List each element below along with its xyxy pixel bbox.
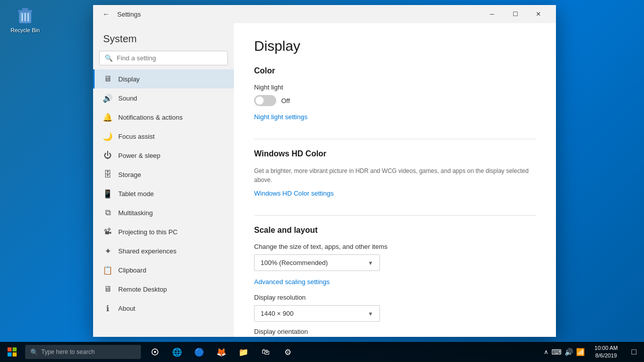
recycle-bin-label: Recycle Bin: [11, 27, 40, 33]
nav-icon-shared: ✦: [103, 246, 112, 255]
search-box[interactable]: 🔍: [99, 51, 228, 65]
volume-icon: 🔊: [565, 348, 573, 356]
orientation-label: Display orientation: [254, 328, 536, 335]
svg-rect-7: [13, 347, 17, 351]
night-light-settings-link[interactable]: Night light settings: [254, 113, 307, 121]
recycle-bin[interactable]: Recycle Bin: [10, 5, 40, 33]
sidebar-item-clipboard[interactable]: 📋 Clipboard: [93, 260, 234, 280]
settings-body: System 🔍 🖥 Display 🔊 Sound 🔔 Notificatio…: [93, 23, 556, 337]
sidebar-title: System: [103, 33, 137, 44]
task-view-icon: [150, 348, 159, 355]
start-button[interactable]: [0, 342, 24, 362]
nav-icon-display: 🖥: [103, 74, 112, 83]
taskbar-pinned-icons: 🌐 🔵 🦊 📁 🛍 ⚙: [145, 342, 298, 362]
taskbar-clock[interactable]: 10:00 AM 8/6/2019: [589, 342, 624, 362]
sidebar-item-shared[interactable]: ✦ Shared experiences: [93, 241, 234, 260]
nav-label-focus-assist: Focus assist: [118, 133, 224, 140]
firefox-button[interactable]: 🦊: [211, 342, 231, 362]
scale-dropdown-arrow: ▼: [368, 260, 373, 266]
sidebar-item-sound[interactable]: 🔊 Sound: [93, 88, 234, 108]
close-button[interactable]: ✕: [527, 5, 550, 23]
chrome-button[interactable]: 🔵: [189, 342, 209, 362]
nav-icon-sound: 🔊: [103, 94, 112, 103]
night-light-label: Night light: [254, 83, 536, 91]
night-light-toggle-row: Off: [254, 95, 536, 106]
nav-label-projecting: Projecting to this PC: [118, 228, 224, 236]
taskbar-search-input[interactable]: [41, 348, 136, 355]
notification-icon: □: [631, 347, 636, 356]
clock-date: 8/6/2019: [595, 352, 617, 359]
up-arrow-icon: ∧: [544, 348, 548, 355]
hd-color-title: Windows HD Color: [254, 149, 536, 158]
window-title: Settings: [117, 11, 141, 18]
minimize-icon: ─: [490, 11, 495, 18]
nav-label-display: Display: [118, 75, 224, 83]
sidebar-item-about[interactable]: ℹ About: [93, 299, 234, 318]
maximize-icon: ☐: [513, 11, 518, 18]
nav-icon-multitasking: ⧉: [103, 208, 112, 217]
close-icon: ✕: [536, 11, 541, 18]
nav-label-tablet-mode: Tablet mode: [118, 190, 224, 198]
nav-icon-power-sleep: ⏻: [103, 151, 112, 160]
sidebar-item-storage[interactable]: 🗄 Storage: [93, 165, 234, 184]
minimize-button[interactable]: ─: [480, 5, 504, 23]
nav-icon-clipboard: 📋: [103, 265, 112, 275]
sidebar-item-notifications[interactable]: 🔔 Notifications & actions: [93, 108, 234, 127]
scale-row: Change the size of text, apps, and other…: [254, 243, 536, 271]
svg-rect-9: [13, 352, 17, 356]
resolution-dropdown[interactable]: 1440 × 900 ▼: [254, 305, 380, 322]
hd-color-link[interactable]: Windows HD Color settings: [254, 190, 334, 197]
sidebar-item-projecting[interactable]: 📽 Projecting to this PC: [93, 222, 234, 241]
resolution-row: Display resolution 1440 × 900 ▼: [254, 294, 536, 322]
settings-button[interactable]: ⚙: [278, 342, 298, 362]
network-icon: 📶: [576, 348, 585, 356]
edge-button[interactable]: 🌐: [167, 342, 187, 362]
search-input[interactable]: [117, 54, 222, 62]
night-light-row: Night light Off: [254, 83, 536, 106]
taskbar-right: ∧ ⌨ 🔊 📶 10:00 AM 8/6/2019 □: [540, 342, 644, 362]
nav-icon-projecting: 📽: [103, 227, 112, 236]
svg-point-11: [154, 351, 156, 353]
scale-layout-title: Scale and layout: [254, 226, 536, 235]
back-button[interactable]: ←: [99, 7, 113, 21]
orientation-row: Display orientation Landscape ▼: [254, 328, 536, 337]
sidebar-item-tablet-mode[interactable]: 📱 Tablet mode: [93, 184, 234, 203]
recycle-bin-icon: [15, 5, 35, 25]
maximize-button[interactable]: ☐: [504, 5, 527, 23]
sidebar-item-display[interactable]: 🖥 Display: [93, 69, 234, 88]
nav-label-remote: Remote Desktop: [118, 286, 224, 293]
title-bar: ← Settings ─ ☐ ✕: [93, 5, 556, 23]
nav-icon-notifications: 🔔: [103, 113, 112, 122]
scale-label: Change the size of text, apps, and other…: [254, 243, 536, 250]
taskbar-search-box[interactable]: 🔍: [25, 345, 141, 359]
window-controls: ─ ☐ ✕: [480, 5, 550, 23]
svg-rect-8: [8, 352, 12, 356]
sidebar-item-multitasking[interactable]: ⧉ Multitasking: [93, 203, 234, 222]
scale-dropdown[interactable]: 100% (Recommended) ▼: [254, 254, 380, 271]
nav-list: 🖥 Display 🔊 Sound 🔔 Notifications & acti…: [93, 69, 234, 318]
night-light-toggle[interactable]: [254, 95, 276, 106]
svg-rect-2: [22, 8, 28, 10]
page-title: Display: [254, 38, 536, 54]
settings-window: ← Settings ─ ☐ ✕ System 🔍: [93, 5, 556, 337]
back-icon: ←: [103, 10, 110, 18]
nav-icon-focus-assist: 🌙: [103, 132, 112, 141]
taskbar-sys-icons[interactable]: ∧ ⌨ 🔊 📶: [540, 342, 589, 362]
sidebar-item-focus-assist[interactable]: 🌙 Focus assist: [93, 127, 234, 146]
svg-rect-6: [8, 347, 12, 351]
scale-value: 100% (Recommended): [261, 259, 328, 266]
explorer-button[interactable]: 📁: [233, 342, 254, 362]
notification-button[interactable]: □: [624, 342, 644, 362]
resolution-dropdown-arrow: ▼: [368, 311, 373, 317]
divider-2: [254, 215, 536, 216]
sidebar-item-remote[interactable]: 🖥 Remote Desktop: [93, 280, 234, 299]
nav-icon-remote: 🖥: [103, 285, 112, 294]
advanced-scaling-link[interactable]: Advanced scaling settings: [254, 278, 330, 286]
store-button[interactable]: 🛍: [256, 342, 276, 362]
svg-rect-1: [18, 10, 32, 12]
nav-label-notifications: Notifications & actions: [118, 114, 224, 121]
task-view-button[interactable]: [145, 342, 165, 362]
windows-logo-icon: [8, 347, 17, 356]
sidebar-header: System: [93, 23, 234, 51]
sidebar-item-power-sleep[interactable]: ⏻ Power & sleep: [93, 146, 234, 165]
